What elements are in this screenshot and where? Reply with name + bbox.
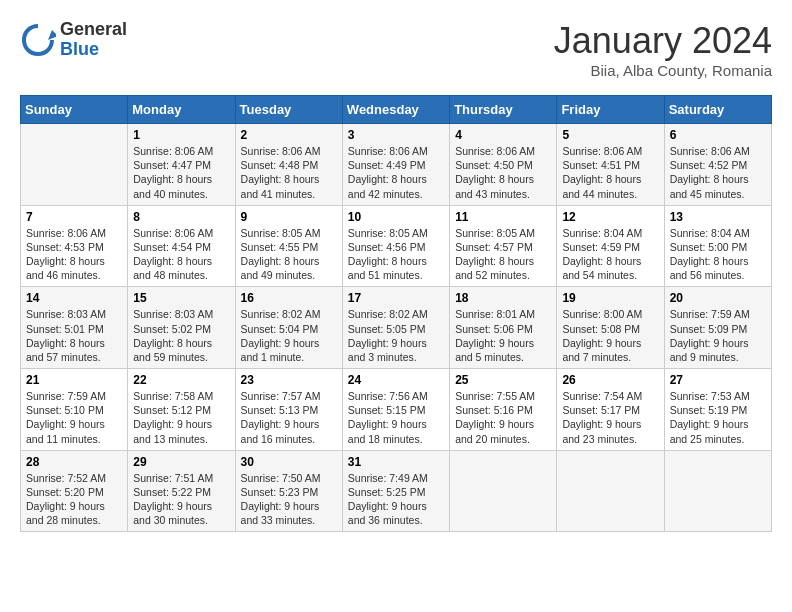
weekday-header: Friday [557, 96, 664, 124]
calendar-cell: 11Sunrise: 8:05 AMSunset: 4:57 PMDayligh… [450, 205, 557, 287]
calendar-week-row: 1Sunrise: 8:06 AMSunset: 4:47 PMDaylight… [21, 124, 772, 206]
day-content: Sunrise: 7:56 AMSunset: 5:15 PMDaylight:… [348, 389, 444, 446]
calendar-cell: 1Sunrise: 8:06 AMSunset: 4:47 PMDaylight… [128, 124, 235, 206]
calendar-cell: 17Sunrise: 8:02 AMSunset: 5:05 PMDayligh… [342, 287, 449, 369]
calendar-cell: 9Sunrise: 8:05 AMSunset: 4:55 PMDaylight… [235, 205, 342, 287]
calendar-week-row: 7Sunrise: 8:06 AMSunset: 4:53 PMDaylight… [21, 205, 772, 287]
calendar-cell: 3Sunrise: 8:06 AMSunset: 4:49 PMDaylight… [342, 124, 449, 206]
day-content: Sunrise: 8:03 AMSunset: 5:02 PMDaylight:… [133, 307, 229, 364]
day-number: 3 [348, 128, 444, 142]
calendar-cell [450, 450, 557, 532]
day-number: 29 [133, 455, 229, 469]
calendar-cell: 27Sunrise: 7:53 AMSunset: 5:19 PMDayligh… [664, 369, 771, 451]
day-number: 6 [670, 128, 766, 142]
day-content: Sunrise: 8:01 AMSunset: 5:06 PMDaylight:… [455, 307, 551, 364]
day-number: 15 [133, 291, 229, 305]
title-area: January 2024 Biia, Alba County, Romania [554, 20, 772, 79]
calendar-cell: 7Sunrise: 8:06 AMSunset: 4:53 PMDaylight… [21, 205, 128, 287]
day-content: Sunrise: 8:06 AMSunset: 4:49 PMDaylight:… [348, 144, 444, 201]
calendar-cell: 23Sunrise: 7:57 AMSunset: 5:13 PMDayligh… [235, 369, 342, 451]
calendar-cell: 28Sunrise: 7:52 AMSunset: 5:20 PMDayligh… [21, 450, 128, 532]
day-number: 2 [241, 128, 337, 142]
day-number: 7 [26, 210, 122, 224]
calendar-cell: 5Sunrise: 8:06 AMSunset: 4:51 PMDaylight… [557, 124, 664, 206]
calendar-cell: 31Sunrise: 7:49 AMSunset: 5:25 PMDayligh… [342, 450, 449, 532]
day-content: Sunrise: 8:00 AMSunset: 5:08 PMDaylight:… [562, 307, 658, 364]
day-content: Sunrise: 8:04 AMSunset: 5:00 PMDaylight:… [670, 226, 766, 283]
day-content: Sunrise: 7:50 AMSunset: 5:23 PMDaylight:… [241, 471, 337, 528]
calendar-cell: 29Sunrise: 7:51 AMSunset: 5:22 PMDayligh… [128, 450, 235, 532]
day-number: 28 [26, 455, 122, 469]
day-content: Sunrise: 8:06 AMSunset: 4:48 PMDaylight:… [241, 144, 337, 201]
day-number: 12 [562, 210, 658, 224]
day-number: 27 [670, 373, 766, 387]
weekday-header: Monday [128, 96, 235, 124]
day-number: 30 [241, 455, 337, 469]
day-content: Sunrise: 7:59 AMSunset: 5:10 PMDaylight:… [26, 389, 122, 446]
calendar-cell: 2Sunrise: 8:06 AMSunset: 4:48 PMDaylight… [235, 124, 342, 206]
day-content: Sunrise: 7:49 AMSunset: 5:25 PMDaylight:… [348, 471, 444, 528]
calendar-cell: 18Sunrise: 8:01 AMSunset: 5:06 PMDayligh… [450, 287, 557, 369]
day-number: 31 [348, 455, 444, 469]
day-number: 14 [26, 291, 122, 305]
calendar-cell: 14Sunrise: 8:03 AMSunset: 5:01 PMDayligh… [21, 287, 128, 369]
day-content: Sunrise: 7:51 AMSunset: 5:22 PMDaylight:… [133, 471, 229, 528]
calendar-cell: 6Sunrise: 8:06 AMSunset: 4:52 PMDaylight… [664, 124, 771, 206]
calendar-header-row: SundayMondayTuesdayWednesdayThursdayFrid… [21, 96, 772, 124]
day-content: Sunrise: 7:54 AMSunset: 5:17 PMDaylight:… [562, 389, 658, 446]
day-content: Sunrise: 7:53 AMSunset: 5:19 PMDaylight:… [670, 389, 766, 446]
calendar-cell: 26Sunrise: 7:54 AMSunset: 5:17 PMDayligh… [557, 369, 664, 451]
day-number: 18 [455, 291, 551, 305]
calendar-cell: 30Sunrise: 7:50 AMSunset: 5:23 PMDayligh… [235, 450, 342, 532]
page-header: General Blue January 2024 Biia, Alba Cou… [20, 20, 772, 79]
weekday-header: Thursday [450, 96, 557, 124]
day-number: 20 [670, 291, 766, 305]
day-number: 16 [241, 291, 337, 305]
day-content: Sunrise: 8:05 AMSunset: 4:55 PMDaylight:… [241, 226, 337, 283]
day-content: Sunrise: 8:06 AMSunset: 4:53 PMDaylight:… [26, 226, 122, 283]
calendar-cell [664, 450, 771, 532]
calendar-cell: 8Sunrise: 8:06 AMSunset: 4:54 PMDaylight… [128, 205, 235, 287]
calendar-cell: 25Sunrise: 7:55 AMSunset: 5:16 PMDayligh… [450, 369, 557, 451]
calendar-week-row: 21Sunrise: 7:59 AMSunset: 5:10 PMDayligh… [21, 369, 772, 451]
day-content: Sunrise: 7:57 AMSunset: 5:13 PMDaylight:… [241, 389, 337, 446]
calendar-cell [21, 124, 128, 206]
weekday-header: Sunday [21, 96, 128, 124]
day-number: 23 [241, 373, 337, 387]
calendar-cell: 13Sunrise: 8:04 AMSunset: 5:00 PMDayligh… [664, 205, 771, 287]
calendar-cell: 21Sunrise: 7:59 AMSunset: 5:10 PMDayligh… [21, 369, 128, 451]
logo-blue: Blue [60, 40, 127, 60]
day-content: Sunrise: 8:04 AMSunset: 4:59 PMDaylight:… [562, 226, 658, 283]
weekday-header: Saturday [664, 96, 771, 124]
day-number: 8 [133, 210, 229, 224]
logo-general: General [60, 20, 127, 40]
weekday-header: Wednesday [342, 96, 449, 124]
location-subtitle: Biia, Alba County, Romania [554, 62, 772, 79]
day-number: 13 [670, 210, 766, 224]
calendar-cell: 16Sunrise: 8:02 AMSunset: 5:04 PMDayligh… [235, 287, 342, 369]
calendar-cell: 4Sunrise: 8:06 AMSunset: 4:50 PMDaylight… [450, 124, 557, 206]
day-content: Sunrise: 8:06 AMSunset: 4:54 PMDaylight:… [133, 226, 229, 283]
day-content: Sunrise: 8:05 AMSunset: 4:57 PMDaylight:… [455, 226, 551, 283]
logo-text: General Blue [60, 20, 127, 60]
logo-icon [20, 22, 56, 58]
calendar-cell: 19Sunrise: 8:00 AMSunset: 5:08 PMDayligh… [557, 287, 664, 369]
calendar-cell: 24Sunrise: 7:56 AMSunset: 5:15 PMDayligh… [342, 369, 449, 451]
day-content: Sunrise: 7:55 AMSunset: 5:16 PMDaylight:… [455, 389, 551, 446]
calendar-week-row: 28Sunrise: 7:52 AMSunset: 5:20 PMDayligh… [21, 450, 772, 532]
day-number: 9 [241, 210, 337, 224]
day-content: Sunrise: 7:59 AMSunset: 5:09 PMDaylight:… [670, 307, 766, 364]
calendar-cell: 20Sunrise: 7:59 AMSunset: 5:09 PMDayligh… [664, 287, 771, 369]
day-number: 21 [26, 373, 122, 387]
month-title: January 2024 [554, 20, 772, 62]
day-content: Sunrise: 8:06 AMSunset: 4:51 PMDaylight:… [562, 144, 658, 201]
day-number: 25 [455, 373, 551, 387]
day-content: Sunrise: 8:06 AMSunset: 4:52 PMDaylight:… [670, 144, 766, 201]
calendar-cell: 10Sunrise: 8:05 AMSunset: 4:56 PMDayligh… [342, 205, 449, 287]
day-number: 10 [348, 210, 444, 224]
calendar-table: SundayMondayTuesdayWednesdayThursdayFrid… [20, 95, 772, 532]
day-number: 24 [348, 373, 444, 387]
day-number: 22 [133, 373, 229, 387]
day-content: Sunrise: 8:06 AMSunset: 4:47 PMDaylight:… [133, 144, 229, 201]
day-content: Sunrise: 8:03 AMSunset: 5:01 PMDaylight:… [26, 307, 122, 364]
